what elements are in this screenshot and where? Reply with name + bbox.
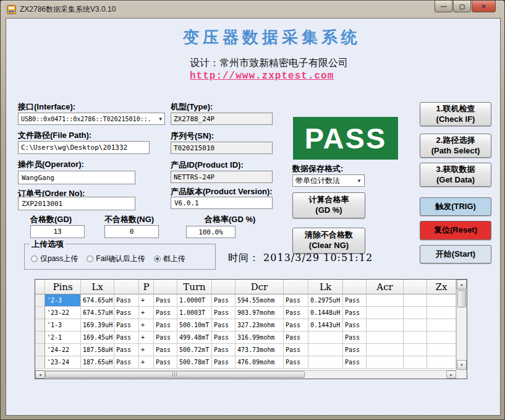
table-cell[interactable]	[308, 344, 343, 356]
maximize-button[interactable]: ▢	[453, 1, 471, 12]
table-cell[interactable]: Pass	[154, 356, 177, 369]
table-cell[interactable]: Pass	[212, 294, 236, 307]
close-button[interactable]: ✕	[472, 1, 496, 12]
clear-ng-button[interactable]: 清除不合格数 (Clear NG)	[292, 228, 365, 254]
table-cell[interactable]: Pass	[154, 294, 177, 307]
table-cell[interactable]: Pass	[343, 307, 367, 319]
table-cell[interactable]: 1.0000T	[177, 294, 212, 307]
column-header[interactable]: Lk	[308, 280, 343, 294]
table-cell[interactable]: Pass	[114, 307, 139, 319]
table-cell[interactable]: Pass	[284, 356, 308, 369]
table-cell[interactable]: 500.72mT	[177, 344, 212, 356]
order-no-input[interactable]	[18, 197, 135, 210]
table-cell[interactable]: +	[139, 319, 154, 332]
column-header[interactable]: P	[139, 280, 154, 294]
calc-gd-button[interactable]: 计算合格率 (GD %)	[292, 192, 365, 218]
table-cell[interactable]	[404, 332, 427, 344]
table-cell[interactable]	[427, 332, 456, 344]
file-path-field[interactable]: C:\Users\wg\Desktop\201332	[18, 141, 150, 154]
column-header[interactable]: Lx	[81, 280, 114, 294]
table-cell[interactable]: +	[139, 332, 154, 344]
scroll-left-icon[interactable]: ◄	[35, 371, 45, 379]
table-cell[interactable]: '23-22	[45, 307, 81, 319]
table-cell[interactable]: 0.2975uH	[308, 294, 343, 307]
row-header[interactable]	[35, 332, 45, 344]
table-cell[interactable]	[308, 356, 343, 369]
table-cell[interactable]: 327.23mohm	[236, 319, 284, 332]
table-cell[interactable]: +	[139, 344, 154, 356]
table-cell[interactable]: Pass	[212, 319, 236, 332]
table-cell[interactable]: Pass	[212, 344, 236, 356]
table-cell[interactable]: Pass	[284, 344, 308, 356]
column-header[interactable]	[212, 280, 236, 294]
table-cell[interactable]: +	[139, 294, 154, 307]
table-cell[interactable]: Pass	[154, 332, 177, 344]
table-cell[interactable]: '2-1	[45, 332, 81, 344]
table-cell[interactable]	[404, 344, 427, 356]
table-cell[interactable]: Pass	[114, 319, 139, 332]
table-cell[interactable]: 476.09mohm	[236, 356, 284, 369]
table-cell[interactable]	[404, 294, 427, 307]
check-if-button[interactable]: 1.联机检查 (Check IF)	[420, 102, 491, 126]
table-cell[interactable]: 674.57uH	[81, 307, 114, 319]
column-header[interactable]	[114, 280, 139, 294]
table-cell[interactable]	[427, 307, 456, 319]
table-cell[interactable]: 499.48mT	[177, 332, 212, 344]
table-cell[interactable]: 674.65uH	[81, 294, 114, 307]
column-header[interactable]: Pins	[45, 280, 81, 294]
column-header[interactable]: Zx	[427, 280, 456, 294]
column-header[interactable]	[343, 280, 367, 294]
column-header[interactable]: Acr	[367, 280, 404, 294]
minimize-button[interactable]: —	[435, 1, 452, 12]
path-select-button[interactable]: 2.路径选择 (Path Select)	[420, 134, 491, 158]
table-cell[interactable]: 594.55mohm	[236, 294, 284, 307]
table-cell[interactable]: Pass	[343, 294, 367, 307]
horizontal-scroll-thumb[interactable]	[45, 371, 305, 378]
sn-field[interactable]: T020215010	[171, 142, 273, 154]
table-cell[interactable]: Pass	[154, 344, 177, 356]
table-cell[interactable]: Pass	[343, 356, 367, 369]
table-cell[interactable]: '1-3	[45, 319, 81, 332]
horizontal-scrollbar[interactable]: ◄ ►	[35, 370, 456, 379]
column-header[interactable]	[404, 280, 427, 294]
table-cell[interactable]: 903.97mohm	[236, 307, 284, 319]
column-header[interactable]: Dcr	[236, 280, 284, 294]
table-cell[interactable]	[427, 344, 456, 356]
table-cell[interactable]: +	[139, 307, 154, 319]
get-data-button[interactable]: 3.获取数据 (Get Data)	[420, 163, 491, 187]
scroll-up-icon[interactable]: ▲	[457, 280, 467, 289]
column-header[interactable]	[154, 280, 177, 294]
table-cell[interactable]: 169.45uH	[81, 332, 114, 344]
table-cell[interactable]: '23-24	[45, 356, 81, 369]
table-cell[interactable]: 0.1448uH	[308, 307, 343, 319]
table-cell[interactable]: 500.78mT	[177, 356, 212, 369]
trig-button[interactable]: 触发(TRIG)	[420, 197, 491, 216]
table-cell[interactable]: Pass	[284, 319, 308, 332]
product-id-field[interactable]: NETTRS-24P	[171, 171, 273, 183]
table-cell[interactable]: Pass	[343, 332, 367, 344]
interface-select[interactable]: USB0::0x0471::0x2786::T020215010::. ▼	[18, 113, 165, 125]
row-header[interactable]	[35, 344, 45, 356]
table-cell[interactable]	[367, 307, 404, 319]
table-cell[interactable]	[427, 356, 456, 369]
table-cell[interactable]: Pass	[284, 294, 308, 307]
table-cell[interactable]: 187.65uH	[81, 356, 114, 369]
type-field[interactable]: ZX2788_24P	[171, 113, 273, 125]
vertical-scrollbar[interactable]: ▲ ▼	[456, 280, 467, 370]
table-cell[interactable]: Pass	[212, 356, 236, 369]
scroll-right-icon[interactable]: ►	[446, 371, 456, 379]
table-cell[interactable]: 169.39uH	[81, 319, 114, 332]
title-bar[interactable]: ZX2786数据采集系统V3.0.10 — ▢ ✕	[1, 1, 504, 18]
table-cell[interactable]: '24-22	[45, 344, 81, 356]
table-cell[interactable]: 187.58uH	[81, 344, 114, 356]
table-cell[interactable]	[367, 332, 404, 344]
save-format-select[interactable]: 带单位计数法 ▼	[292, 174, 365, 187]
column-header[interactable]: Turn	[177, 280, 212, 294]
table-cell[interactable]: Pass	[284, 307, 308, 319]
reset-button[interactable]: 复位(Reset)	[420, 221, 491, 240]
table-cell[interactable]: Pass	[114, 294, 139, 307]
gd-count-input[interactable]	[30, 225, 85, 238]
column-header[interactable]	[35, 280, 45, 294]
product-version-input[interactable]	[171, 197, 273, 209]
table-cell[interactable]	[367, 344, 404, 356]
